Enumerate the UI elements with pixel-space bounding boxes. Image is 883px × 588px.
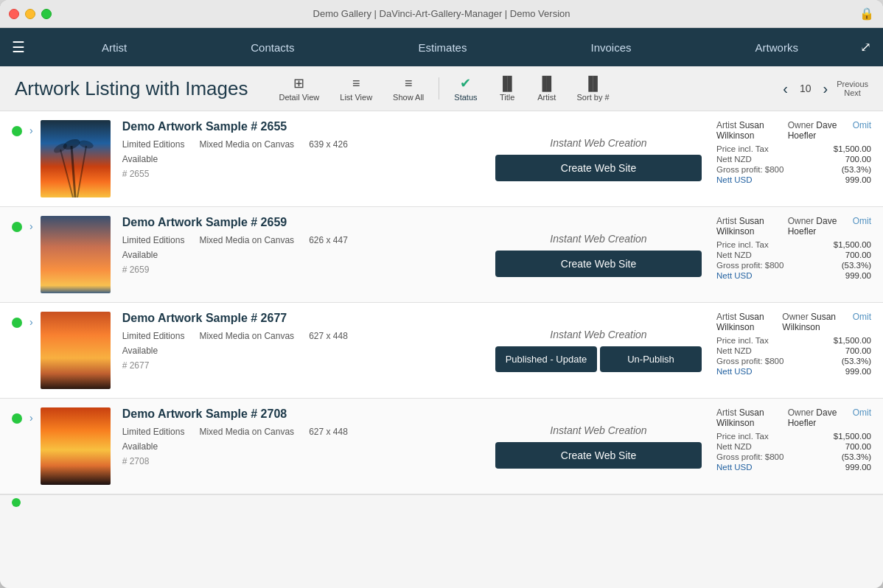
status-dot	[12, 413, 22, 424]
minimize-button[interactable]	[25, 9, 35, 19]
published-update-button[interactable]: Published - Update	[495, 346, 597, 372]
artist-sort-button[interactable]: ▐▌ Artist	[528, 73, 565, 105]
title-sort-icon: ▐▌	[498, 76, 517, 91]
price-tax-label: Price incl. Tax	[716, 144, 769, 153]
pricing-panel: Artist Susan Wilkinson Owner Dave Hoefle…	[709, 120, 871, 197]
artwork-name: Demo Artwork Sample # 2677	[122, 312, 488, 325]
nav-invoices[interactable]: Invoices	[576, 35, 646, 60]
toolbar-icons: ⊞ Detail View ≡ List View ≡ Show All ✔ S…	[270, 72, 777, 105]
artwork-id: # 2655	[122, 169, 488, 179]
artwork-id: # 2708	[122, 456, 488, 466]
expand-arrow[interactable]: ›	[29, 316, 33, 389]
owner-name: Dave Hoefler	[788, 407, 837, 428]
web-creation-panel: Instant Web Creation Create Web Site	[488, 216, 709, 293]
next-button[interactable]: ›	[817, 77, 834, 100]
price-row-nzd: Nett NZD 700.00	[716, 250, 871, 260]
owner-name: Dave Hoefler	[788, 216, 837, 237]
owner-name: Dave Hoefler	[788, 120, 837, 141]
artist-owner-row: Artist Susan Wilkinson Owner Dave Hoefle…	[716, 407, 871, 428]
artwork-type: Limited Editions	[122, 139, 185, 150]
maximize-button[interactable]	[41, 9, 52, 19]
web-creation-panel: Instant Web Creation Create Web Site	[488, 120, 709, 197]
omit-link[interactable]: Omit	[853, 407, 871, 418]
artwork-status: Available	[122, 154, 488, 164]
omit-link[interactable]: Omit	[853, 312, 871, 322]
list-view-icon: ≡	[352, 76, 360, 91]
sortby-icon: ▐▌	[584, 76, 603, 91]
artwork-medium: Mixed Media on Canvas	[199, 427, 294, 437]
hamburger-menu[interactable]: ☰	[12, 38, 25, 56]
detail-view-button[interactable]: ⊞ Detail View	[270, 72, 328, 105]
nav-contacts[interactable]: Contacts	[236, 35, 309, 60]
artwork-name: Demo Artwork Sample # 2655	[122, 120, 488, 133]
page-count: 10	[800, 83, 812, 94]
status-dot	[12, 126, 22, 136]
price-row-tax: Price incl. Tax $1,500.00	[716, 144, 871, 154]
artwork-medium: Mixed Media on Canvas	[199, 331, 294, 341]
previous-button[interactable]: ‹	[777, 77, 794, 100]
artist-label: Artist Susan Wilkinson	[716, 312, 782, 332]
web-creation-panel: Instant Web Creation Create Web Site	[488, 407, 709, 485]
artist-name: Susan Wilkinson	[716, 312, 764, 332]
price-row-tax: Price incl. Tax $1,500.00	[716, 431, 871, 441]
close-button[interactable]	[9, 9, 19, 19]
expand-arrow[interactable]: ›	[29, 220, 33, 293]
traffic-lights	[9, 9, 52, 19]
status-filter-button[interactable]: ✔ Status	[445, 72, 486, 105]
price-row-usd: Nett USD 999.00	[716, 462, 871, 472]
expand-arrow[interactable]: ›	[29, 125, 33, 197]
title-sort-button[interactable]: ▐▌ Title	[489, 73, 526, 105]
artwork-name: Demo Artwork Sample # 2708	[122, 407, 488, 421]
owner-label: Owner Susan Wilkinson	[782, 312, 852, 332]
status-dot	[12, 318, 22, 328]
navbar: ☰ Artist Contacts Estimates Invoices Art…	[0, 28, 883, 66]
artist-owner-row: Artist Susan Wilkinson Owner Dave Hoefle…	[716, 120, 871, 141]
unpublish-button[interactable]: Un-Publish	[600, 346, 702, 372]
artwork-info: Demo Artwork Sample # 2677 Limited Editi…	[122, 312, 488, 389]
previous-label: Previous	[837, 80, 868, 88]
table-row: › Demo Artwork Sample # 2677 Limited Edi…	[0, 303, 883, 399]
show-all-button[interactable]: ≡ Show All	[384, 73, 433, 105]
expand-arrow[interactable]: ›	[29, 412, 33, 485]
table-row: › Demo Artwork Sample # 2659 Limited Edi…	[0, 207, 883, 303]
artwork-thumbnail	[41, 120, 111, 197]
toolbar: Artwork Listing with Images ⊞ Detail Vie…	[0, 66, 883, 111]
instant-web-label: Instant Web Creation	[550, 424, 646, 436]
price-row-nzd: Nett NZD 700.00	[716, 441, 871, 452]
owner-name: Susan Wilkinson	[782, 312, 836, 332]
price-row-gross: Gross profit: $800 (53.3%)	[716, 452, 871, 462]
price-row-tax: Price incl. Tax $1,500.00	[716, 239, 871, 250]
pricing-panel: Artist Susan Wilkinson Owner Dave Hoefle…	[709, 407, 871, 485]
list-view-button[interactable]: ≡ List View	[331, 73, 381, 105]
artwork-meta: Limited Editions Mixed Media on Canvas 6…	[122, 427, 488, 437]
artwork-id: # 2677	[122, 360, 488, 371]
expand-icon[interactable]: ⤢	[860, 39, 871, 55]
sortby-button[interactable]: ▐▌ Sort by #	[568, 73, 618, 105]
svg-line-2	[60, 150, 73, 197]
nett-nzd-value: 700.00	[845, 155, 871, 164]
price-row-usd: Nett USD 999.00	[716, 270, 871, 281]
artist-label: Artist Susan Wilkinson	[716, 407, 788, 428]
price-row-gross: Gross profit: $800 (53.3%)	[716, 164, 871, 175]
omit-link[interactable]: Omit	[853, 216, 871, 226]
status-dot	[12, 498, 21, 507]
nav-estimates[interactable]: Estimates	[404, 35, 482, 60]
omit-link[interactable]: Omit	[853, 120, 871, 130]
artist-sort-label: Artist	[537, 93, 556, 102]
instant-web-label: Instant Web Creation	[550, 233, 646, 245]
pagination: ‹ 10 ›	[777, 77, 834, 100]
artist-owner-row: Artist Susan Wilkinson Owner Dave Hoefle…	[716, 216, 871, 237]
nav-artworks[interactable]: Artworks	[741, 35, 813, 60]
price-row-tax: Price incl. Tax $1,500.00	[716, 335, 871, 346]
create-website-button[interactable]: Create Web Site	[495, 251, 702, 277]
nett-usd-label: Nett USD	[716, 175, 753, 184]
detail-view-icon: ⊞	[293, 75, 304, 91]
gross-pct-value: (53.3%)	[842, 165, 871, 174]
list-view-label: List View	[340, 93, 372, 102]
nav-artist[interactable]: Artist	[87, 35, 142, 60]
create-website-button[interactable]: Create Web Site	[495, 442, 702, 469]
price-table: Price incl. Tax $1,500.00 Nett NZD 700.0…	[716, 239, 871, 281]
create-website-button[interactable]: Create Web Site	[495, 155, 702, 181]
instant-web-label: Instant Web Creation	[550, 137, 646, 149]
artwork-meta: Limited Editions Mixed Media on Canvas 6…	[122, 235, 488, 245]
